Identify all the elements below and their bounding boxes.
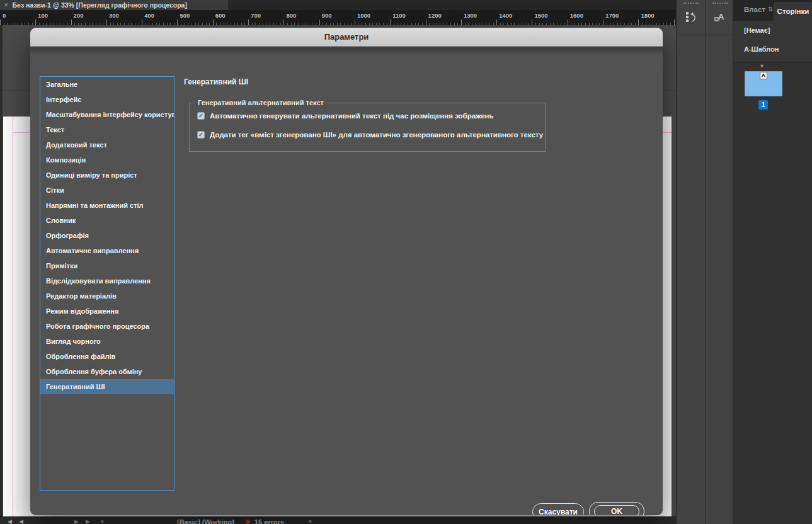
checkbox-label: Додати тег «вміст згенеровано ШІ» для ав…: [210, 131, 543, 139]
pref-category-item[interactable]: Відслідковувати виправлення: [40, 273, 174, 288]
ruler-label: 400: [144, 12, 154, 19]
checkbox-label: Автоматично генерувати альтернативний те…: [210, 112, 494, 120]
dock-grip-icon[interactable]: [712, 3, 728, 4]
check-icon: ✓: [198, 132, 203, 138]
pref-category-item[interactable]: Орфографія: [40, 228, 174, 243]
margin-guide-vertical: [13, 117, 13, 516]
pages-panel: Власт ⇅ Сторінки [Немає]А-Шаблон ▼ A 1: [733, 0, 812, 524]
tab-pages-label: Сторінки: [777, 8, 809, 15]
ruler-label: 1200: [428, 12, 442, 19]
page-number-badge[interactable]: 1: [758, 100, 768, 110]
paragraph-styles-panel-icon[interactable]: [683, 9, 699, 25]
dialog-body: ЗагальнеІнтерфейсМасштабування інтерфейс…: [30, 47, 663, 515]
pref-category-item[interactable]: Режим відображення: [40, 304, 174, 319]
pref-category-item[interactable]: Масштабування інтерфейсу користувача: [40, 107, 174, 122]
first-page-icon[interactable]: ◀: [8, 518, 12, 524]
next-page-icon[interactable]: ▶: [74, 518, 79, 524]
dialog-title: Параметри: [324, 32, 369, 42]
ruler-label: 1800: [641, 12, 654, 19]
preflight-profile[interactable]: [Basic] (Working): [177, 518, 234, 524]
pref-category-item[interactable]: Оброблення буфера обміну: [40, 364, 174, 379]
masters-list: [Немає]А-Шаблон: [733, 21, 812, 59]
master-page-row[interactable]: [Немає]: [733, 21, 812, 40]
ruler-label: 1500: [535, 12, 548, 19]
prev-page-icon[interactable]: ◀: [19, 518, 23, 524]
ruler-label: 1700: [605, 12, 619, 19]
checkbox-row: ✓ Додати тег «вміст згенеровано ШІ» для …: [197, 131, 543, 139]
ok-button-label: OK: [594, 505, 639, 515]
document-tab-title: Без назви-1 @ 33% [Перегляд графічного п…: [13, 1, 187, 9]
tab-properties[interactable]: Власт: [744, 6, 765, 13]
page-1-thumbnail[interactable]: A: [745, 71, 782, 96]
pref-category-item[interactable]: Оброблення файлів: [40, 349, 174, 364]
ruler-label: 100: [38, 12, 48, 19]
panel-dock: A: [676, 0, 733, 524]
ruler-label: 1000: [357, 12, 370, 19]
master-page-row[interactable]: А-Шаблон: [733, 40, 812, 59]
preflight-menu-chevron-icon[interactable]: ▾: [309, 518, 312, 524]
application-window: ✕ Без назви-1 @ 33% [Перегляд графічного…: [0, 0, 812, 524]
ruler-label: 0: [3, 12, 6, 19]
checkbox-row: ✓ Автоматично генерувати альтернативний …: [197, 112, 494, 120]
auto-generate-alt-text-checkbox[interactable]: ✓: [197, 112, 205, 120]
panel-tab-bar: Власт ⇅ Сторінки: [733, 0, 812, 21]
ruler-label: 500: [180, 12, 190, 19]
dock-column: A: [706, 0, 733, 524]
last-page-icon[interactable]: ▶: [86, 518, 90, 524]
ruler-label: 1300: [464, 12, 477, 19]
page-marker-icon: ▼: [759, 63, 765, 69]
ruler-label: 900: [322, 12, 332, 19]
ruler-label: 200: [74, 12, 84, 19]
ruler-label: 700: [251, 12, 261, 19]
group-title: Генеративний альтернативний текст: [195, 99, 327, 106]
dock-column: [677, 0, 705, 524]
preflight-errors[interactable]: 15 errors: [254, 518, 284, 524]
ruler-label: 1600: [570, 12, 583, 19]
tab-cycle-icon[interactable]: ⇅: [768, 6, 773, 13]
dialog-titlebar: Параметри: [30, 28, 663, 47]
pref-category-item[interactable]: Вигляд чорного: [40, 334, 174, 349]
pref-category-item[interactable]: Примітки: [40, 258, 174, 273]
pref-category-item[interactable]: Напрямні та монтажний стіл: [40, 198, 174, 213]
ruler-label: 800: [286, 12, 296, 19]
pref-category-item[interactable]: Загальне: [40, 77, 174, 92]
master-chip: A: [760, 72, 767, 79]
cancel-button[interactable]: Скасувати: [532, 503, 584, 515]
preferences-category-list: ЗагальнеІнтерфейсМасштабування інтерфейс…: [40, 76, 174, 491]
pref-category-item[interactable]: Сітки: [40, 183, 174, 198]
ok-button[interactable]: OK: [589, 502, 644, 515]
pref-category-item[interactable]: Інтерфейс: [40, 92, 174, 107]
check-icon: ✓: [198, 113, 203, 119]
ruler-major-ticks: [0, 20, 676, 25]
character-styles-panel-icon[interactable]: A: [712, 9, 728, 25]
titlebar-shadow: [30, 47, 663, 55]
pane-heading: Генеративний ШІ: [184, 77, 248, 86]
ruler-label: 600: [215, 12, 226, 19]
status-bar: ◀ ◀ ▶ ▶ ▾ [Basic] (Working) ▾ 15 errors …: [0, 516, 676, 524]
pref-category-item[interactable]: Композиція: [40, 152, 174, 168]
ai-generated-tag-checkbox[interactable]: ✓: [197, 131, 205, 139]
preflight-chevron-icon[interactable]: ▾: [232, 518, 235, 524]
pref-category-item[interactable]: Текст: [40, 122, 174, 137]
pref-category-item[interactable]: Додатковий текст: [40, 137, 174, 152]
pref-category-item[interactable]: Робота графічного процесора: [40, 319, 174, 334]
page-select-chevron-icon[interactable]: ▾: [101, 518, 104, 524]
pref-category-item[interactable]: Редактор матеріалів: [40, 288, 174, 304]
pref-category-item[interactable]: Одиниці виміру та приріст: [40, 168, 174, 183]
pref-category-item[interactable]: Словник: [40, 213, 174, 228]
horizontal-ruler: 0100200300400500600700800900100011001200…: [0, 10, 676, 25]
document-tab[interactable]: ✕ Без назви-1 @ 33% [Перегляд графічного…: [0, 0, 228, 10]
document-tab-strip: ✕ Без назви-1 @ 33% [Перегляд графічного…: [0, 0, 676, 10]
ruler-label: 1100: [392, 12, 406, 19]
ruler-label: 300: [109, 12, 119, 19]
dock-divider: [677, 35, 733, 35]
dock-grip-icon[interactable]: [683, 3, 699, 4]
svg-text:A: A: [718, 12, 724, 21]
pref-category-item[interactable]: Генеративний ШІ: [40, 379, 174, 394]
preferences-dialog: Параметри ЗагальнеІнтерфейсМасштабування…: [30, 28, 663, 515]
close-icon[interactable]: ✕: [4, 3, 9, 8]
ruler-label: 1400: [499, 12, 512, 19]
tab-pages[interactable]: Сторінки: [774, 2, 812, 21]
pref-category-item[interactable]: Автоматичне виправлення: [40, 243, 174, 258]
pages-list: ▼ A 1: [733, 62, 812, 524]
